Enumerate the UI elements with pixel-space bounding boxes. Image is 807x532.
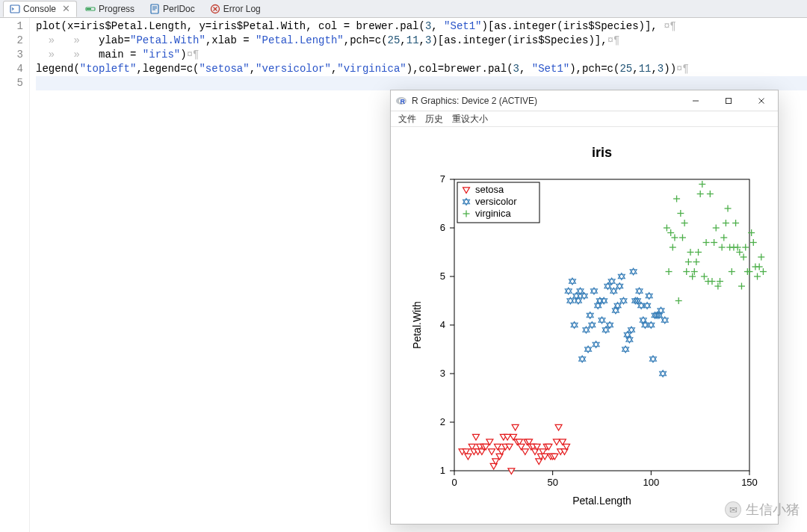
svg-rect-0: [10, 5, 19, 13]
svg-text:versicolor: versicolor: [475, 196, 517, 207]
svg-text:4: 4: [440, 319, 445, 330]
close-button[interactable]: [745, 90, 778, 111]
window-title: R Graphics: Device 2 (ACTIVE): [412, 96, 537, 106]
line-number-gutter: 12345: [0, 18, 30, 532]
menu-file[interactable]: 文件: [398, 113, 416, 126]
svg-text:Petal.Length: Petal.Length: [572, 495, 631, 507]
svg-text:50: 50: [547, 477, 557, 488]
svg-rect-3: [151, 4, 158, 13]
svg-text:5: 5: [440, 270, 445, 282]
tab-label: Console: [23, 4, 56, 14]
tab-errorlog[interactable]: Error Log: [203, 1, 268, 17]
perldoc-icon: [149, 4, 160, 14]
svg-text:virginica: virginica: [475, 208, 511, 219]
svg-text:3: 3: [440, 368, 445, 379]
plot-canvas: iris050100150Petal.Length1234567Petal.Wi…: [391, 127, 778, 524]
svg-text:0: 0: [451, 477, 457, 488]
maximize-button[interactable]: [712, 90, 745, 111]
menu-history[interactable]: 历史: [425, 113, 443, 126]
tab-perldoc[interactable]: PerlDoc: [143, 1, 202, 17]
tab-label: Progress: [99, 4, 134, 14]
svg-rect-14: [726, 98, 732, 103]
svg-text:100: 100: [643, 477, 659, 488]
svg-text:1: 1: [440, 465, 445, 476]
tab-console[interactable]: Console ✕: [3, 1, 77, 17]
menu-resize[interactable]: 重设大小: [452, 113, 488, 126]
errorlog-icon: [210, 4, 220, 14]
r-graphics-window: R R Graphics: Device 2 (ACTIVE) 文件 历史 重设…: [390, 90, 779, 525]
svg-text:R: R: [401, 98, 406, 105]
minimize-button[interactable]: [679, 90, 712, 111]
svg-text:iris: iris: [592, 145, 612, 160]
svg-rect-2: [87, 8, 91, 10]
r-menubar: 文件 历史 重设大小: [391, 111, 778, 127]
svg-text:150: 150: [741, 477, 758, 488]
svg-text:7: 7: [440, 173, 445, 185]
close-icon[interactable]: ✕: [62, 3, 70, 14]
console-icon: [10, 4, 20, 14]
svg-text:Petal.With: Petal.With: [411, 301, 423, 349]
tab-label: Error Log: [223, 4, 261, 14]
svg-text:2: 2: [440, 416, 445, 427]
editor-tab-bar: Console ✕ Progress PerlDoc Error Log: [0, 0, 807, 18]
tab-progress[interactable]: Progress: [78, 1, 141, 17]
svg-text:setosa: setosa: [475, 184, 504, 195]
r-app-icon: R: [395, 95, 407, 107]
tab-label: PerlDoc: [163, 4, 195, 14]
progress-icon: [85, 4, 96, 14]
svg-text:6: 6: [440, 222, 445, 233]
data-points: [459, 181, 767, 474]
window-titlebar[interactable]: R R Graphics: Device 2 (ACTIVE): [391, 90, 778, 111]
